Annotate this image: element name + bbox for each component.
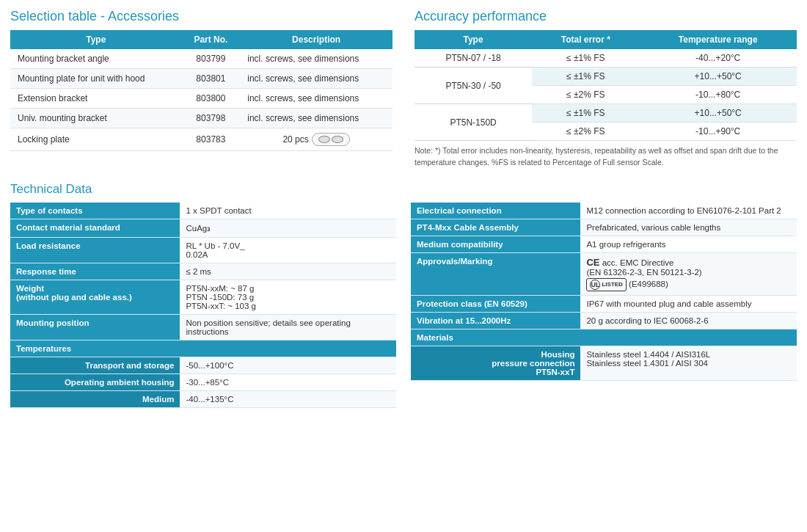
sel-type: Extension bracket xyxy=(10,89,182,109)
tech-value: 20 g according to IEC 60068-2-6 xyxy=(580,312,797,329)
tech-left-table: Type of contacts1 x SPDT contactContact … xyxy=(10,203,396,408)
selection-table-title: Selection table - Accessories xyxy=(10,9,392,24)
tech-label: Electrical connection xyxy=(411,203,580,219)
tech-label: Operating ambient housing xyxy=(10,374,180,390)
tech-value: 1 x SPDT contact xyxy=(180,203,396,219)
acc-range: -10...+90°C xyxy=(639,123,797,141)
acc-type: PT5N-150D xyxy=(415,104,532,141)
tech-label: Contact material standard xyxy=(10,219,180,237)
acc-range: +10...+50°C xyxy=(639,68,797,86)
sel-desc: incl. screws, see dimensions xyxy=(240,89,392,109)
sel-part: 803801 xyxy=(182,69,241,89)
tech-value: -30...+85°C xyxy=(180,374,396,390)
acc-error: ≤ ±1% FS xyxy=(532,104,639,123)
sel-part: 803800 xyxy=(182,89,241,109)
tech-value: -40...+135°C xyxy=(180,390,396,407)
acc-error: ≤ ±1% FS xyxy=(532,68,639,86)
sel-col-partno: Part No. xyxy=(182,30,241,49)
tech-label: Response time xyxy=(10,263,180,280)
acc-type: PT5N-07 / -18 xyxy=(415,49,532,68)
tech-label: Weight(without plug and cable ass.) xyxy=(10,280,180,314)
tech-label: Protection class (EN 60529) xyxy=(411,295,580,312)
acc-error: ≤ ±1% FS xyxy=(532,49,639,68)
acc-col-type: Type xyxy=(415,30,532,49)
acc-error: ≤ ±2% FS xyxy=(532,86,639,104)
ul-badge: UL LISTED xyxy=(586,278,626,291)
accuracy-title: Accuracy performance xyxy=(415,9,797,24)
tech-value: M12 connection according to EN61076-2-10… xyxy=(580,203,797,219)
tech-value: Stainless steel 1.4404 / AISI316LStainle… xyxy=(580,346,797,380)
tech-title: Technical Data xyxy=(10,182,797,197)
sel-desc: incl. screws, see dimensions xyxy=(240,109,392,128)
tech-value: CuAg₃ xyxy=(180,219,396,237)
sel-part: 803798 xyxy=(182,109,241,128)
acc-range: -40...+20°C xyxy=(639,49,797,68)
acc-col-error: Total error * xyxy=(532,30,639,49)
tech-value: PT5N-xxM: ~ 87 gPT5N -150D: 73 gPT5N-xxT… xyxy=(180,280,396,314)
tech-value: -50...+100°C xyxy=(180,357,396,374)
ce-mark: CE acc. EMC Directive (EN 61326-2-3, EN … xyxy=(586,258,701,277)
sel-type: Mounting plate for unit with hood xyxy=(10,69,182,89)
acc-col-range: Temperature range xyxy=(639,30,797,49)
tech-value: A1 group refrigerants xyxy=(580,236,797,252)
tech-value: RL * Ub - 7.0V_0.02A xyxy=(180,237,396,263)
tech-label: PT4-Mxx Cable Assembly xyxy=(411,219,580,236)
tech-label: Temperatures xyxy=(10,340,396,357)
sel-col-desc: Description xyxy=(240,30,392,49)
tech-value: IP67 with mounted plug and cable assembl… xyxy=(580,295,797,312)
tech-value: ≤ 2 ms xyxy=(180,263,396,280)
selection-table: Type Part No. Description Mounting brack… xyxy=(10,30,392,151)
sel-desc: incl. screws, see dimensions xyxy=(240,69,392,89)
tech-label: Medium xyxy=(10,390,180,407)
acc-range: -10...+80°C xyxy=(639,86,797,104)
acc-error: ≤ ±2% FS xyxy=(532,123,639,141)
tech-label: Housingpressure connectionPT5N-xxT xyxy=(411,346,580,380)
sel-col-type: Type xyxy=(10,30,182,49)
sel-type: Locking plate xyxy=(10,128,182,151)
tech-label: Transport and storage xyxy=(10,357,180,374)
tech-label: Load resistance xyxy=(10,237,180,263)
sel-part: 803783 xyxy=(182,128,241,151)
accuracy-table: Type Total error * Temperature range PT5… xyxy=(415,30,797,141)
tech-label: Type of contacts xyxy=(10,203,180,219)
tech-label: Medium compatibility xyxy=(411,236,580,252)
tech-right-table: Electrical connectionM12 connection acco… xyxy=(411,203,797,381)
tech-value: Prefabricated, various cable lengths xyxy=(580,219,797,236)
sel-part: 803799 xyxy=(182,49,241,69)
accuracy-note: Note: *) Total error includes non-linear… xyxy=(415,145,797,169)
acc-range: +10...+50°C xyxy=(639,104,797,123)
sel-desc: 20 pcs xyxy=(240,128,392,151)
acc-type: PT5N-30 / -50 xyxy=(415,68,532,104)
tech-label: Mounting position xyxy=(10,314,180,340)
tech-value: Non position sensitive; details see oper… xyxy=(180,314,396,340)
tech-value: CE acc. EMC Directive (EN 61326-2-3, EN … xyxy=(580,252,797,295)
tech-label: Vibration at 15...2000Hz xyxy=(411,312,580,329)
sel-type: Univ. mounting bracket xyxy=(10,109,182,128)
tech-label: Materials xyxy=(411,329,797,346)
sel-type: Mounting bracket angle xyxy=(10,49,182,69)
tech-label: Approvals/Marking xyxy=(411,252,580,295)
sel-desc: incl. screws, see dimensions xyxy=(240,49,392,69)
